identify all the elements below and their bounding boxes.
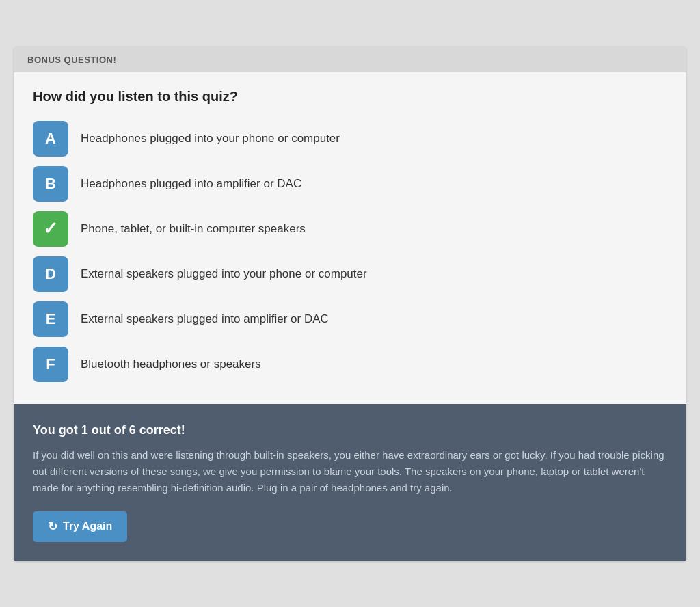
bonus-header-text: BONUS QUESTION! <box>27 55 116 65</box>
option-badge-d: D <box>33 256 68 292</box>
option-item[interactable]: FBluetooth headphones or speakers <box>33 347 667 382</box>
try-again-button[interactable]: ↻ Try Again <box>33 511 127 542</box>
option-label-b: Headphones plugged into amplifier or DAC <box>81 177 301 191</box>
quiz-card: BONUS QUESTION! How did you listen to th… <box>14 46 686 561</box>
question-title: How did you listen to this quiz? <box>33 89 667 105</box>
option-label-d: External speakers plugged into your phon… <box>81 267 367 281</box>
option-badge-a: A <box>33 121 68 157</box>
refresh-icon: ↻ <box>48 520 57 534</box>
option-badge-e: E <box>33 301 68 337</box>
option-item[interactable]: AHeadphones plugged into your phone or c… <box>33 121 667 157</box>
options-list: AHeadphones plugged into your phone or c… <box>33 121 667 382</box>
option-item[interactable]: BHeadphones plugged into amplifier or DA… <box>33 166 667 202</box>
option-item[interactable]: DExternal speakers plugged into your pho… <box>33 256 667 292</box>
option-label-e: External speakers plugged into amplifier… <box>81 312 329 326</box>
option-item[interactable]: EExternal speakers plugged into amplifie… <box>33 301 667 337</box>
question-section: How did you listen to this quiz? AHeadph… <box>14 72 686 404</box>
option-badge-b: B <box>33 166 68 202</box>
option-label-a: Headphones plugged into your phone or co… <box>81 132 340 146</box>
option-badge-f: F <box>33 347 68 382</box>
try-again-label: Try Again <box>63 520 112 532</box>
option-item[interactable]: ✓Phone, tablet, or built-in computer spe… <box>33 211 667 247</box>
option-label-f: Bluetooth headphones or speakers <box>81 358 261 371</box>
option-badge-c: ✓ <box>33 211 68 247</box>
checkmark-icon: ✓ <box>43 218 58 239</box>
result-description: If you did well on this and were listeni… <box>33 447 667 496</box>
result-section: You got 1 out of 6 correct! If you did w… <box>14 404 686 561</box>
result-title: You got 1 out of 6 correct! <box>33 423 667 437</box>
option-label-c: Phone, tablet, or built-in computer spea… <box>81 222 306 236</box>
bonus-header: BONUS QUESTION! <box>14 46 686 72</box>
